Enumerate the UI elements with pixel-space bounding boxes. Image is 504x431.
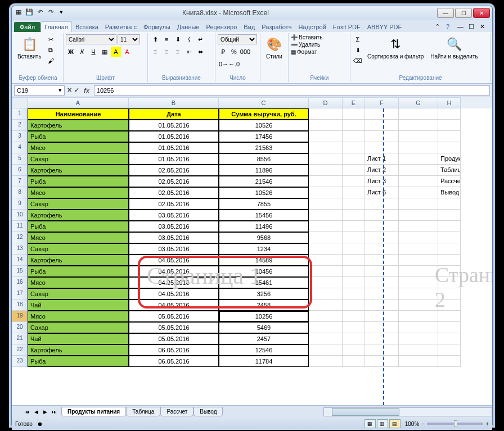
- help-icon[interactable]: ?: [446, 23, 455, 32]
- zoom-slider[interactable]: [427, 423, 483, 425]
- cell[interactable]: [399, 277, 438, 288]
- cell[interactable]: [438, 210, 461, 221]
- cell[interactable]: 7855: [219, 198, 309, 210]
- doc-min-icon[interactable]: —: [457, 23, 466, 32]
- sheet-tab-3[interactable]: Вывод: [194, 407, 223, 416]
- border-button[interactable]: ▦: [100, 47, 110, 57]
- cell[interactable]: [309, 165, 343, 176]
- cell[interactable]: 11784: [219, 356, 309, 367]
- tab-abbyy[interactable]: ABBYY PDF: [364, 22, 406, 32]
- minimize-button[interactable]: —: [437, 8, 454, 18]
- cell[interactable]: 11896: [219, 165, 309, 176]
- col-header-H[interactable]: H: [438, 97, 461, 108]
- align-top-icon[interactable]: ⬆: [150, 34, 160, 44]
- cell[interactable]: [343, 266, 365, 277]
- orientation-icon[interactable]: ⤹: [184, 34, 194, 44]
- row-header[interactable]: 18: [12, 300, 28, 311]
- cell[interactable]: [309, 187, 343, 198]
- cell[interactable]: [343, 300, 365, 311]
- tab-view[interactable]: Вид: [240, 22, 258, 32]
- cell[interactable]: [343, 288, 365, 300]
- row-header[interactable]: 15: [12, 266, 28, 277]
- fill-color-button[interactable]: A: [111, 47, 121, 57]
- align-right-icon[interactable]: ≡: [173, 47, 183, 57]
- cell[interactable]: [438, 243, 461, 255]
- cell[interactable]: [309, 333, 343, 344]
- cell[interactable]: [438, 266, 461, 277]
- cell[interactable]: [438, 288, 461, 300]
- cell[interactable]: [365, 333, 399, 344]
- sheet-tab-active[interactable]: Продукты питания: [61, 407, 126, 416]
- tab-developer[interactable]: Разработч: [258, 22, 295, 32]
- doc-restore-icon[interactable]: ☐: [469, 23, 478, 32]
- cell[interactable]: [399, 288, 438, 300]
- row-header[interactable]: 14: [12, 255, 28, 266]
- row-header[interactable]: 23: [12, 356, 28, 367]
- cell[interactable]: [399, 232, 438, 243]
- cell[interactable]: [438, 198, 461, 210]
- comma-icon[interactable]: 000: [240, 47, 250, 57]
- italic-button[interactable]: К: [77, 47, 87, 57]
- cell[interactable]: Лист 6: [365, 187, 399, 198]
- fx-icon[interactable]: fx: [82, 87, 92, 94]
- cell[interactable]: [309, 210, 343, 221]
- cell[interactable]: 02.05.2016: [129, 176, 219, 187]
- cell[interactable]: 21546: [219, 176, 309, 187]
- cell[interactable]: Сахар: [28, 288, 129, 300]
- cell[interactable]: [365, 142, 399, 153]
- cell[interactable]: [365, 210, 399, 221]
- cell[interactable]: Наименование: [28, 108, 129, 120]
- row-header[interactable]: 22: [12, 344, 28, 356]
- formula-input[interactable]: 10256: [94, 85, 490, 96]
- cell[interactable]: [438, 344, 461, 356]
- col-header-E[interactable]: E: [343, 97, 365, 108]
- cell[interactable]: 04.05.2016: [129, 300, 219, 311]
- cell[interactable]: Чай: [28, 333, 129, 344]
- sheet-last-icon[interactable]: ⏭: [50, 408, 58, 416]
- cell[interactable]: Вывод: [438, 187, 461, 198]
- cell[interactable]: Таблиц: [438, 165, 461, 176]
- cell[interactable]: [309, 198, 343, 210]
- cell[interactable]: Лист 3: [365, 176, 399, 187]
- cell[interactable]: [399, 311, 438, 322]
- cell[interactable]: [309, 221, 343, 232]
- doc-close-icon[interactable]: ✕: [480, 23, 489, 32]
- redo-icon[interactable]: ↷: [46, 7, 55, 16]
- cell[interactable]: 3256: [219, 288, 309, 300]
- cell[interactable]: [438, 221, 461, 232]
- tab-data[interactable]: Данные: [174, 22, 203, 32]
- cell[interactable]: [438, 131, 461, 142]
- cell[interactable]: [343, 356, 365, 367]
- cell[interactable]: Продук: [438, 153, 461, 165]
- cell[interactable]: [343, 277, 365, 288]
- close-button[interactable]: ✕: [473, 8, 490, 18]
- cell[interactable]: Картофель: [28, 165, 129, 176]
- cell[interactable]: 11496: [219, 221, 309, 232]
- cell[interactable]: 12546: [219, 344, 309, 356]
- cell[interactable]: [309, 288, 343, 300]
- cell[interactable]: 06.05.2016: [129, 344, 219, 356]
- cell[interactable]: [309, 266, 343, 277]
- cell[interactable]: 01.05.2016: [129, 153, 219, 165]
- underline-button[interactable]: Ч: [88, 47, 98, 57]
- cell[interactable]: [438, 356, 461, 367]
- name-box[interactable]: C19▾: [14, 85, 65, 96]
- cell[interactable]: [365, 108, 399, 120]
- row-header[interactable]: 4: [12, 142, 28, 153]
- cell[interactable]: [365, 221, 399, 232]
- cell[interactable]: Мясо: [28, 187, 129, 198]
- cell[interactable]: 15456: [219, 210, 309, 221]
- cell[interactable]: [365, 266, 399, 277]
- number-format-select[interactable]: Общий: [218, 34, 257, 44]
- macro-rec-icon[interactable]: ⏺: [37, 421, 43, 427]
- cell[interactable]: [399, 176, 438, 187]
- cell[interactable]: Сахар: [28, 243, 129, 255]
- row-header[interactable]: 12: [12, 232, 28, 243]
- format-cells-button[interactable]: ▦Формат: [291, 49, 348, 55]
- cell[interactable]: 01.05.2016: [129, 120, 219, 131]
- cell[interactable]: Картофель: [28, 255, 129, 266]
- indent-dec-icon[interactable]: ⇤: [184, 47, 194, 57]
- page-layout-view-icon[interactable]: ▥: [377, 419, 388, 428]
- cell[interactable]: 02.05.2016: [129, 165, 219, 176]
- cell[interactable]: Сахар: [28, 198, 129, 210]
